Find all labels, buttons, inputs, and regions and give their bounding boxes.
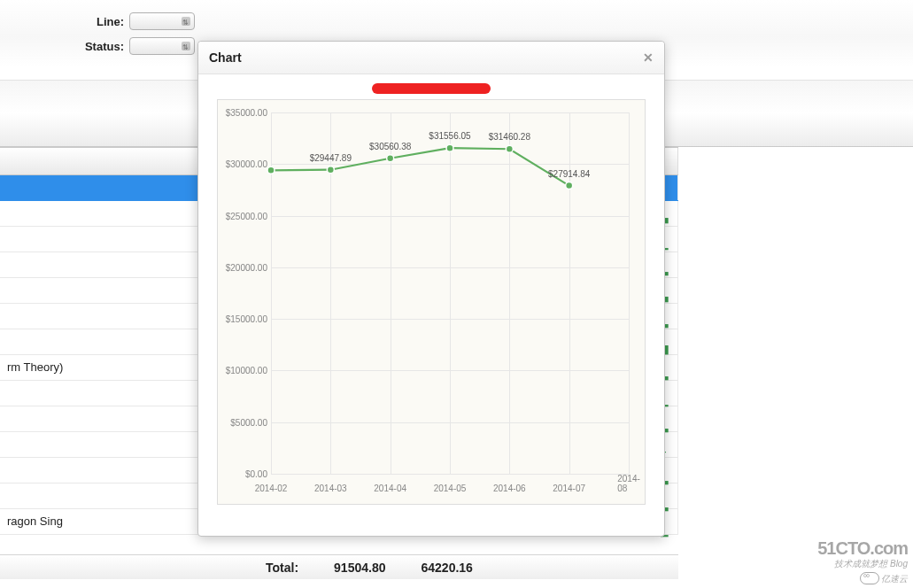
line-select[interactable]: ⇅ [129,12,195,30]
totals-value-1: 91504.80 [334,561,385,575]
modal-header[interactable]: Chart ✕ [198,42,664,74]
x-tick-label: 2014-06 [493,484,526,493]
y-tick-label: $35000.00 [220,108,267,118]
svg-text:$29447.89: $29447.89 [310,153,352,163]
x-tick-label: 2014-07 [553,484,585,493]
svg-point-5 [446,144,453,151]
line-label: Line: [76,15,124,28]
svg-point-0 [267,166,275,174]
chart-line: $29447.89$30560.38$31556.05$31460.28$279… [271,112,629,474]
x-tick-label: 2014-08 [617,474,640,493]
totals-label: Total: [266,561,298,575]
modal-title: Chart [209,50,242,65]
totals-value-2: 64220.16 [421,561,472,575]
chart-modal: Chart ✕ $0.00$5000.00$10000.00$15000.00$… [197,41,665,537]
redacted-title [372,83,491,94]
svg-text:$30560.38: $30560.38 [369,142,412,151]
svg-point-3 [387,155,394,162]
status-select[interactable]: ⇅ [129,37,195,55]
chevron-updown-icon: ⇅ [182,43,189,51]
totals-bar: Total: 91504.80 64220.16 [0,554,678,579]
y-tick-label: $25000.00 [220,211,267,220]
y-tick-label: $30000.00 [220,159,267,169]
y-tick-label: $15000.00 [220,314,267,324]
y-tick-label: $5000.00 [220,417,267,427]
svg-point-1 [327,166,334,174]
y-tick-label: $10000.00 [220,366,267,375]
svg-text:$31460.28: $31460.28 [489,132,531,142]
close-icon[interactable]: ✕ [643,50,654,65]
y-tick-label: $20000.00 [220,262,267,272]
chevron-updown-icon: ⇅ [182,19,189,27]
status-label: Status: [76,40,124,53]
y-tick-label: $0.00 [220,469,267,479]
x-tick-label: 2014-02 [255,484,288,493]
svg-text:$27914.84: $27914.84 [548,169,591,179]
x-tick-label: 2014-04 [374,484,406,493]
watermark: 51CTO.com 技术成就梦想 Blog 亿速云 [817,538,908,584]
svg-text:$31556.05: $31556.05 [429,131,471,141]
x-tick-label: 2014-05 [434,484,467,493]
svg-point-7 [506,145,513,152]
svg-point-9 [566,182,573,190]
chart-area: $0.00$5000.00$10000.00$15000.00$20000.00… [217,99,646,505]
x-tick-label: 2014-03 [314,484,347,493]
